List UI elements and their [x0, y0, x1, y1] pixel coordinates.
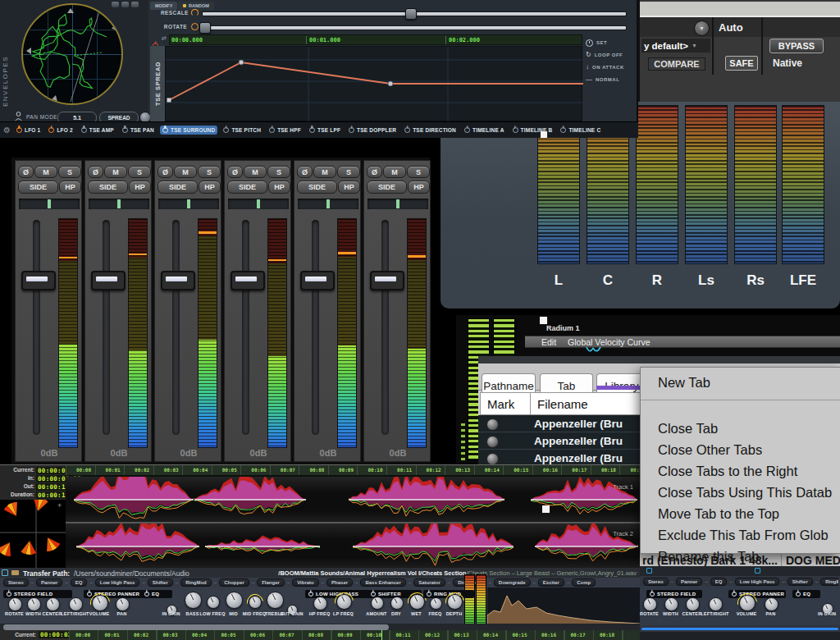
- menu-item-close-tabs-using-this-datab[interactable]: Close Tabs Using This Datab: [641, 482, 840, 502]
- scope-toolbar-button[interactable]: [131, 2, 139, 7]
- fader-track[interactable]: [381, 220, 389, 435]
- mute-button[interactable]: M: [34, 166, 57, 178]
- mark-circle[interactable]: [486, 453, 499, 465]
- power-icon[interactable]: [223, 127, 229, 133]
- envelope-option-on-attack[interactable]: ↓ON ATTACK: [586, 62, 638, 72]
- envelope-graph[interactable]: [165, 46, 582, 121]
- envelope-option-set[interactable]: SET: [586, 38, 638, 48]
- knob-hp-freq[interactable]: [313, 597, 327, 610]
- fx-chip-stereo[interactable]: Stereo: [643, 578, 669, 586]
- fx-chip-comp[interactable]: Comp: [572, 578, 596, 587]
- surround-scope[interactable]: [21, 3, 123, 105]
- fader-track[interactable]: [103, 220, 110, 435]
- fx-chip-shifter[interactable]: Shifter: [788, 578, 813, 586]
- fx-chip-panner[interactable]: Panner: [36, 578, 62, 587]
- scope-toolbar-button[interactable]: [121, 2, 129, 7]
- fx-chip-ringmod[interactable]: RingMod: [820, 578, 838, 586]
- tse-tab-tse-pan[interactable]: TSE PAN: [120, 126, 157, 135]
- power-icon[interactable]: [16, 127, 22, 133]
- knob-center[interactable]: [46, 597, 60, 611]
- phase-button[interactable]: Ø: [367, 166, 382, 178]
- knob-volume[interactable]: [739, 595, 756, 611]
- power-icon[interactable]: [81, 127, 87, 133]
- mute-button[interactable]: M: [313, 166, 336, 178]
- menu-item-close-tab[interactable]: Close Tab: [641, 418, 840, 438]
- surround-pan-display[interactable]: +: [0, 500, 66, 569]
- power-icon[interactable]: [48, 127, 54, 133]
- tse-tab-lfo-2[interactable]: LFO 2: [46, 126, 75, 135]
- menu-item-rename-this-tab[interactable]: Rename this Tab: [641, 546, 840, 566]
- radium-menu-item[interactable]: Edit: [541, 337, 556, 347]
- tse-tab-tse-surround[interactable]: TSE SURROUND: [160, 126, 217, 135]
- tse-tab-tse-amp[interactable]: TSE AMP: [79, 126, 116, 135]
- fx-chip-phaser[interactable]: Phaser: [326, 578, 353, 587]
- fx-chip-panner[interactable]: Panner: [676, 578, 702, 586]
- phase-button[interactable]: Ø: [88, 166, 103, 178]
- phase-button[interactable]: Ø: [227, 166, 243, 178]
- hp-button[interactable]: HP: [129, 181, 151, 194]
- solo-button[interactable]: S: [128, 166, 151, 178]
- mini-timeline-ruler[interactable]: 00:0000:0100:0200:0300:0400:0500:0600:07…: [69, 630, 640, 640]
- knob-dry[interactable]: [390, 597, 404, 610]
- envelope-option-normal[interactable]: —NORMAL: [586, 75, 638, 85]
- phase-button[interactable]: Ø: [158, 166, 173, 178]
- rescale-slider-handle[interactable]: [405, 8, 417, 20]
- hp-button[interactable]: HP: [268, 181, 290, 194]
- solo-button[interactable]: S: [407, 166, 430, 178]
- knob-volume[interactable]: [92, 595, 108, 611]
- power-icon[interactable]: [122, 127, 128, 133]
- menu-item-close-tabs-to-the-right[interactable]: Close Tabs to the Right: [641, 461, 840, 481]
- side-button[interactable]: SIDE: [18, 181, 58, 194]
- tse-tab-timeline-c[interactable]: TIMELINE C: [558, 126, 603, 135]
- fx-chip-bass-enhancer[interactable]: Bass Enhancer: [360, 578, 405, 587]
- bypass-button[interactable]: BYPASS: [769, 39, 824, 53]
- tse-tab-lfo-1[interactable]: LFO 1: [14, 126, 43, 135]
- side-button[interactable]: SIDE: [367, 181, 407, 194]
- tse-tab-tse-direction[interactable]: TSE DIRECTION: [402, 126, 459, 135]
- mark-circle[interactable]: [486, 436, 499, 448]
- knob-left-right[interactable]: [709, 597, 723, 611]
- knob-center[interactable]: [686, 597, 700, 611]
- envelope-option-loop-off[interactable]: ↻LOOP OFF: [586, 50, 638, 60]
- knob-treble[interactable]: [267, 592, 284, 609]
- fx-chip-eq[interactable]: EQ: [710, 578, 728, 586]
- fx-chip-ringmod[interactable]: RingMod: [180, 578, 212, 587]
- fader-track[interactable]: [242, 220, 249, 435]
- solo-button[interactable]: S: [337, 166, 360, 178]
- power-icon[interactable]: [87, 592, 92, 597]
- knob-depth[interactable]: [447, 594, 463, 610]
- knob-pan[interactable]: [116, 597, 130, 611]
- radium-menu-item[interactable]: Global Velocity Curve: [568, 337, 650, 347]
- knob-low-freq[interactable]: [207, 596, 220, 609]
- knob-bass[interactable]: [185, 592, 202, 609]
- fader-track[interactable]: [312, 220, 319, 435]
- power-icon[interactable]: [309, 127, 315, 133]
- power-icon[interactable]: [650, 592, 655, 597]
- fx-chip-low-high-pass[interactable]: Low High Pass: [95, 578, 140, 587]
- power-icon[interactable]: [371, 592, 376, 597]
- power-icon[interactable]: [7, 592, 11, 597]
- side-button[interactable]: SIDE: [227, 181, 267, 194]
- knob-rotate[interactable]: [643, 597, 657, 611]
- phase-button[interactable]: Ø: [297, 166, 313, 178]
- tse-tab-tse-lpf[interactable]: TSE LPF: [307, 126, 343, 135]
- power-icon[interactable]: [560, 127, 566, 133]
- side-button[interactable]: SIDE: [297, 181, 337, 194]
- auto-dropdown-button[interactable]: ▼: [694, 21, 710, 36]
- menu-item-move-tab-to-the-top[interactable]: Move Tab to the Top: [641, 504, 840, 523]
- fader-handle[interactable]: [161, 271, 195, 290]
- knob-mid-freq[interactable]: [249, 596, 262, 609]
- fx-chip-vibrato[interactable]: Vibrato: [292, 578, 319, 587]
- menu-item-close-other-tabs[interactable]: Close Other Tabs: [641, 440, 840, 459]
- power-icon[interactable]: [162, 127, 168, 133]
- knob-lp-freq[interactable]: [336, 594, 352, 610]
- fader-handle[interactable]: [370, 271, 404, 290]
- menu-item-exclude-this-tab-from-glob[interactable]: Exclude This Tab From Glob: [641, 525, 840, 545]
- scrollbar-blue[interactable]: [641, 628, 838, 630]
- rotate-slider-handle[interactable]: [199, 22, 211, 34]
- side-button[interactable]: SIDE: [88, 181, 128, 194]
- knob-left-right[interactable]: [69, 597, 83, 611]
- safe-button[interactable]: SAFE: [725, 56, 758, 71]
- plugin-icon[interactable]: [755, 568, 760, 574]
- power-icon[interactable]: [796, 592, 801, 597]
